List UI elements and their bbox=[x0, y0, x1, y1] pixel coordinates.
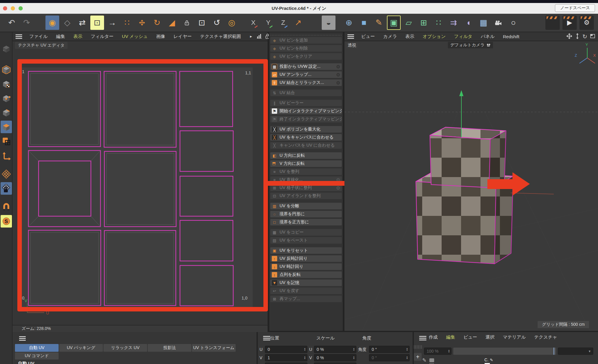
uv-command-separate-uv[interactable]: ▥UV を分離 bbox=[270, 203, 342, 209]
enable-axis-mode-icon[interactable] bbox=[1, 149, 12, 162]
gear-icon[interactable]: ⚙ bbox=[336, 64, 340, 70]
snap-settings-icon[interactable]: S bbox=[1, 215, 12, 228]
histogram-icon[interactable] bbox=[257, 34, 262, 39]
material-menu-item-2[interactable]: 編集 bbox=[442, 334, 459, 340]
render-in-view-icon[interactable] bbox=[545, 16, 560, 30]
model-mode-icon[interactable] bbox=[1, 63, 12, 76]
visibility-dots-icon[interactable]: ∷ bbox=[120, 16, 134, 30]
material-chip[interactable]: C. ✎ bbox=[484, 357, 498, 364]
move-icon[interactable] bbox=[135, 16, 149, 30]
menu-item-4[interactable]: オプション bbox=[419, 34, 450, 39]
tab-6[interactable]: UV コマンド bbox=[15, 352, 59, 360]
cloner-icon[interactable]: ⇉ bbox=[447, 16, 460, 30]
uv-command-rotate-uv-cw[interactable]: ↓UV 時計回り bbox=[270, 263, 342, 270]
pan-icon[interactable] bbox=[566, 33, 572, 40]
menu-item-3[interactable]: 表示 bbox=[401, 34, 419, 39]
slider-handle[interactable] bbox=[553, 348, 554, 355]
menu-item-5[interactable]: フィルタ bbox=[450, 34, 477, 39]
gear-icon[interactable]: ⚙ bbox=[336, 185, 340, 191]
coord-system-icon[interactable]: ↗ bbox=[291, 16, 305, 30]
render-to-picture-viewer-icon[interactable]: ▶ bbox=[562, 16, 577, 30]
tab-2[interactable]: UV パッキング bbox=[59, 344, 103, 352]
menu-overflow-icon[interactable]: ► bbox=[245, 35, 257, 38]
menu-item-6[interactable]: 画像 bbox=[152, 34, 169, 39]
stepper-icon[interactable]: ▲▼ bbox=[406, 348, 408, 351]
pen-axis-icon[interactable]: ⊕ bbox=[342, 16, 356, 30]
uv-command-flip-v[interactable]: ◧V 方向に反転 bbox=[270, 160, 342, 167]
angle-field[interactable]: 0 °▲▼ bbox=[369, 346, 410, 353]
stepper-icon[interactable]: ▲▼ bbox=[353, 348, 355, 351]
ghost-cube-icon[interactable]: ◇ bbox=[60, 16, 74, 30]
gear-icon[interactable]: ⚙ bbox=[336, 177, 340, 183]
scale-icon[interactable]: ◢ bbox=[165, 16, 179, 30]
add-button[interactable]: + bbox=[414, 353, 422, 361]
menu-item-2[interactable]: 編集 bbox=[52, 34, 69, 39]
render-settings-icon[interactable]: ⚙ bbox=[579, 16, 594, 30]
menu-item-6[interactable]: パネル bbox=[477, 34, 499, 39]
menu-item-8[interactable]: テクスチャ選択範囲 bbox=[196, 34, 245, 39]
tab-4[interactable]: 投影法 bbox=[148, 344, 191, 352]
live-selection-icon[interactable]: ◉ bbox=[45, 16, 59, 30]
arrow-tool-icon[interactable]: ↗ bbox=[414, 363, 418, 364]
uv-command-reset-uv[interactable]: ▣UV をリセット bbox=[270, 247, 342, 254]
paint-tool-icon[interactable]: ✎ bbox=[422, 357, 426, 363]
axis-x-icon[interactable]: X bbox=[246, 16, 260, 30]
uv-command-store-uv[interactable]: ▼UV を記憶 bbox=[270, 279, 342, 286]
texture-uv-mode-icon[interactable] bbox=[1, 168, 12, 180]
nodespace-button[interactable]: ノードスペース bbox=[555, 4, 595, 12]
snap-lock-icon[interactable] bbox=[180, 16, 194, 30]
floor-icon[interactable]: ▦ bbox=[477, 16, 490, 30]
stepper-icon[interactable]: ▲▼ bbox=[304, 348, 306, 351]
uv-command-reverse-point-order[interactable]: ↕点列を反転 bbox=[270, 271, 342, 278]
menu-item-7[interactable]: Redshift bbox=[499, 34, 524, 39]
rotate-icon[interactable]: ↻ bbox=[150, 16, 164, 30]
uv-command-start-interactive-mapping[interactable]: ⚑開始インタラクティブマッピング bbox=[270, 108, 342, 114]
redo-icon[interactable]: ↷ bbox=[20, 16, 33, 30]
uv-command-fit-uv-to-canvas[interactable]: ╳UV をキャンバスに合わせる bbox=[270, 134, 342, 141]
strength-field[interactable]: 100 %▲▼ bbox=[424, 348, 451, 355]
menu-item-3[interactable]: 表示 bbox=[69, 34, 86, 39]
lattice-icon[interactable]: ⊞ bbox=[417, 16, 431, 30]
scale-v-field[interactable]: 0 %▲▼ bbox=[314, 354, 356, 361]
menu-hamburger-icon[interactable] bbox=[347, 34, 354, 39]
spline-pen-icon[interactable]: ✎ bbox=[372, 16, 386, 30]
scale-u-field[interactable]: 0 %▲▼ bbox=[314, 346, 356, 353]
menu-item-4[interactable]: フィルター bbox=[86, 34, 118, 39]
perspective-viewport[interactable] bbox=[344, 41, 598, 331]
polygons-mode-icon[interactable] bbox=[1, 121, 12, 133]
color-swatch[interactable] bbox=[429, 358, 434, 362]
render-view-icon[interactable]: ◒ bbox=[322, 16, 335, 30]
light-icon[interactable]: ○ bbox=[507, 16, 520, 30]
uv-command-maximize-uv-polygons[interactable]: ╳UV ポリゴンを最大化 bbox=[270, 126, 342, 133]
cube-primitive-icon[interactable]: ■ bbox=[357, 16, 371, 30]
axis-y-icon[interactable]: Y bbox=[261, 16, 275, 30]
uv-command-rotate-uv-ccw[interactable]: ↑UV 反時計回り bbox=[270, 255, 342, 262]
uv-polygons-mode-icon[interactable] bbox=[1, 135, 12, 148]
snap-magnet-icon[interactable] bbox=[1, 201, 12, 213]
make-editable-icon[interactable] bbox=[1, 42, 12, 55]
deformer-icon[interactable]: ◖ bbox=[462, 16, 475, 30]
strength-slider[interactable] bbox=[453, 348, 556, 355]
uv-command-boundary-to-square[interactable]: □境界を正方形に bbox=[270, 219, 342, 225]
material-menu-item-5[interactable]: マテリアル bbox=[499, 334, 530, 340]
tab-5[interactable]: UV トランスフォーム bbox=[192, 344, 236, 352]
panel-menu-icon[interactable] bbox=[19, 336, 26, 341]
position-v-field[interactable]: 1▲▼ bbox=[265, 354, 307, 361]
stepper-icon[interactable]: ▲▼ bbox=[353, 356, 355, 360]
material-menu-item-6[interactable]: テクスチャ bbox=[530, 334, 561, 340]
extrude-icon[interactable]: ▱ bbox=[402, 16, 416, 30]
undo-icon[interactable]: ↶ bbox=[5, 16, 19, 30]
object-axis-icon[interactable]: → bbox=[105, 16, 119, 30]
material-menu-item-1[interactable]: 作成 bbox=[425, 334, 442, 340]
projection-label[interactable]: 透視 bbox=[346, 42, 358, 48]
axis-z-icon[interactable]: Z bbox=[276, 16, 290, 30]
uv-command-boundary-to-circle[interactable]: ◌境界を円形に bbox=[270, 211, 342, 217]
subdivision-surface-icon[interactable]: ▣ bbox=[387, 16, 401, 30]
bounding-box-icon[interactable]: ⊡ bbox=[195, 16, 209, 30]
gizmo-rotate-icon[interactable]: ↺ bbox=[210, 16, 224, 30]
gear-icon[interactable]: ⚙ bbox=[336, 72, 340, 78]
mode-dropdown[interactable]: ▼ bbox=[558, 348, 593, 355]
array-icon[interactable]: ∷ bbox=[432, 16, 446, 30]
stepper-icon[interactable]: ▲▼ bbox=[304, 356, 306, 360]
position-u-field[interactable]: 0▲▼ bbox=[265, 346, 307, 353]
